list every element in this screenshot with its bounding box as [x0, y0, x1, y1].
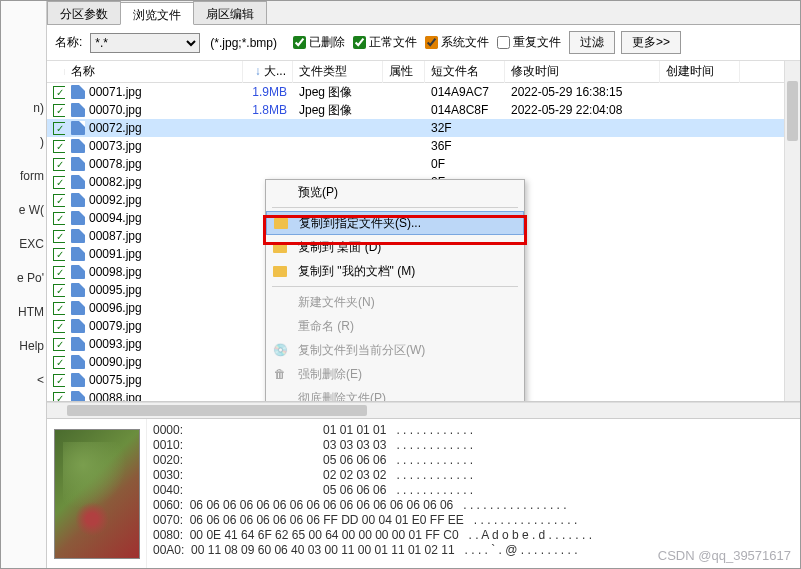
file-icon	[71, 337, 85, 351]
more-button[interactable]: 更多>>	[621, 31, 681, 54]
tab-browse-files[interactable]: 浏览文件	[120, 2, 194, 25]
hex-dump[interactable]: 0000: 01 01 01 01 . . . . . . . . . . . …	[147, 419, 800, 568]
file-icon	[71, 355, 85, 369]
table-row[interactable]: ✓00070.jpg1.8MBJpeg 图像014A8C8F2022-05-29…	[47, 101, 800, 119]
scrollbar-vertical[interactable]	[784, 61, 800, 401]
menu-copy-desktop[interactable]: 复制到 桌面 (D)	[266, 235, 524, 259]
menu-copy-mydocs[interactable]: 复制到 "我的文档" (M)	[266, 259, 524, 283]
menu-preview[interactable]: 预览(P)	[266, 180, 524, 204]
table-row[interactable]: ✓00078.jpg0F	[47, 155, 800, 173]
cb-deleted[interactable]	[293, 36, 306, 49]
hex-preview: 0000: 01 01 01 01 . . . . . . . . . . . …	[47, 418, 800, 568]
checkbox-icon[interactable]: ✓	[53, 284, 65, 297]
checkbox-icon[interactable]: ✓	[53, 248, 65, 261]
folder-icon	[272, 263, 288, 279]
name-label: 名称:	[55, 34, 82, 51]
file-icon	[71, 193, 85, 207]
checkbox-icon[interactable]: ✓	[53, 266, 65, 279]
cb-duplicate[interactable]	[497, 36, 510, 49]
file-icon	[71, 265, 85, 279]
tab-bar: 分区参数 浏览文件 扇区编辑	[47, 1, 800, 25]
ext-hint: (*.jpg;*.bmp)	[210, 36, 277, 50]
checkbox-icon[interactable]: ✓	[53, 194, 65, 207]
checkbox-icon[interactable]: ✓	[53, 86, 65, 99]
file-icon	[71, 391, 85, 402]
checkbox-icon[interactable]: ✓	[53, 122, 65, 135]
checkbox-icon[interactable]: ✓	[53, 338, 65, 351]
col-mtime[interactable]: 修改时间	[505, 61, 660, 83]
file-icon	[71, 301, 85, 315]
name-pattern-select[interactable]: *.*	[90, 33, 200, 53]
cb-normal[interactable]	[353, 36, 366, 49]
delete-icon: 🗑	[272, 366, 288, 382]
table-row[interactable]: ✓00071.jpg1.9MBJpeg 图像014A9AC72022-05-29…	[47, 83, 800, 101]
watermark: CSDN @qq_39571617	[658, 548, 791, 563]
scrollbar-horizontal[interactable]	[47, 402, 800, 418]
tab-sector-edit[interactable]: 扇区编辑	[193, 1, 267, 24]
folder-icon	[273, 215, 289, 231]
menu-rename: 重命名 (R)	[266, 314, 524, 338]
file-icon	[71, 211, 85, 225]
file-icon	[71, 157, 85, 171]
checkbox-icon[interactable]: ✓	[53, 104, 65, 117]
tab-partition-params[interactable]: 分区参数	[47, 1, 121, 24]
col-attr[interactable]: 属性	[383, 61, 425, 83]
checkbox-icon[interactable]: ✓	[53, 230, 65, 243]
file-icon	[71, 85, 85, 99]
file-icon	[71, 373, 85, 387]
checkbox-icon[interactable]: ✓	[53, 140, 65, 153]
file-icon	[71, 175, 85, 189]
menu-copy-to-folder[interactable]: 复制到指定文件夹(S)...	[266, 211, 524, 235]
col-name[interactable]: 名称	[65, 61, 243, 83]
checkbox-icon[interactable]: ✓	[53, 374, 65, 387]
checkbox-icon[interactable]: ✓	[53, 320, 65, 333]
col-type[interactable]: 文件类型	[293, 61, 383, 83]
folder-icon	[272, 239, 288, 255]
checkbox-icon[interactable]: ✓	[53, 392, 65, 402]
file-icon	[71, 319, 85, 333]
file-icon	[71, 139, 85, 153]
menu-new-folder: 新建文件夹(N)	[266, 290, 524, 314]
file-icon	[71, 283, 85, 297]
checkbox-icon[interactable]: ✓	[53, 302, 65, 315]
left-tree-fragment: n) ) form e W( EXC e Po' HTM Help <	[1, 1, 47, 568]
column-headers: 名称 ↓ 大... 文件类型 属性 短文件名 修改时间 创建时间	[47, 61, 800, 83]
menu-perm-delete: 彻底删除文件(P)	[266, 386, 524, 402]
thumbnail	[47, 419, 147, 568]
checkbox-icon[interactable]: ✓	[53, 212, 65, 225]
checkbox-icon[interactable]: ✓	[53, 356, 65, 369]
checkbox-icon[interactable]: ✓	[53, 176, 65, 189]
checkbox-icon[interactable]: ✓	[53, 158, 65, 171]
file-icon	[71, 103, 85, 117]
col-size[interactable]: ↓ 大...	[243, 61, 293, 83]
filter-button[interactable]: 过滤	[569, 31, 615, 54]
disk-icon: 💿	[272, 342, 288, 358]
file-icon	[71, 247, 85, 261]
col-shortname[interactable]: 短文件名	[425, 61, 505, 83]
menu-force-delete: 🗑 强制删除(E)	[266, 362, 524, 386]
col-ctime[interactable]: 创建时间	[660, 61, 740, 83]
table-row[interactable]: ✓00072.jpg32F	[47, 119, 800, 137]
file-icon	[71, 229, 85, 243]
table-row[interactable]: ✓00073.jpg36F	[47, 137, 800, 155]
filter-toolbar: 名称: *.* (*.jpg;*.bmp) 已删除 正常文件 系统文件 重复文件…	[47, 25, 800, 61]
file-icon	[71, 121, 85, 135]
menu-copy-to-partition: 💿 复制文件到当前分区(W)	[266, 338, 524, 362]
sort-down-icon: ↓	[255, 64, 261, 78]
cb-system[interactable]	[425, 36, 438, 49]
context-menu: 预览(P) 复制到指定文件夹(S)... 复制到 桌面 (D) 复制到 "我的文…	[265, 179, 525, 402]
